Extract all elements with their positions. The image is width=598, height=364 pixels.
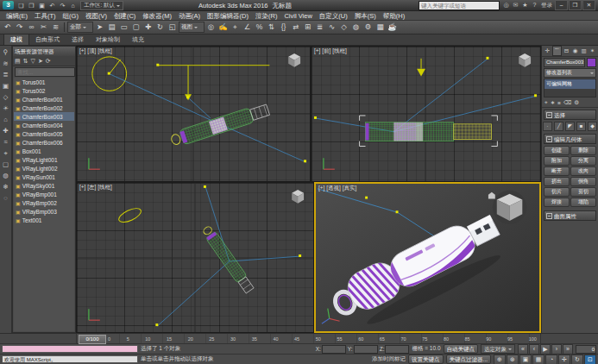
favorites-icon[interactable]: ★: [521, 2, 529, 9]
viewport-label-perspective[interactable]: [+] [透视] [真实]: [318, 185, 356, 192]
align-icon[interactable]: ⊞: [302, 22, 313, 33]
edit-geometry-button[interactable]: 倒角: [570, 177, 596, 186]
percent-snap-icon[interactable]: %: [254, 22, 265, 33]
edit-geometry-button[interactable]: 删除: [570, 146, 596, 155]
ribbon-tab[interactable]: 对象绘制: [90, 35, 126, 45]
modifier-stack-item[interactable]: 可编辑网格: [544, 79, 595, 89]
vertex-mode-icon[interactable]: ∙: [543, 122, 552, 131]
se-filter-icon[interactable]: ▽: [31, 58, 35, 65]
viewport-label-top[interactable]: [+] [顶] [线框]: [79, 47, 112, 55]
menu-item[interactable]: 帮助(H): [380, 11, 408, 21]
select-and-manipulate-icon[interactable]: ✍: [217, 22, 229, 33]
open-file-icon[interactable]: ❐: [27, 1, 36, 10]
scene-object-row[interactable]: ▣ ChamferBox005: [14, 129, 74, 138]
make-unique-icon[interactable]: ≡: [557, 100, 561, 106]
se-shapes-filter-icon[interactable]: ◇: [1, 92, 11, 102]
go-to-end-icon[interactable]: »: [563, 344, 573, 355]
edit-geometry-button[interactable]: 塌陷: [570, 198, 596, 207]
se-sort-icon[interactable]: ⇅: [23, 58, 28, 65]
scene-object-row[interactable]: ▣ ChamferBox002: [14, 104, 74, 112]
se-containers-filter-icon[interactable]: ▢: [1, 160, 11, 169]
render-icon[interactable]: ☕: [387, 22, 398, 33]
se-menu-icon[interactable]: ▤: [15, 58, 21, 65]
edit-geometry-button[interactable]: 附加: [544, 156, 570, 166]
scene-object-row[interactable]: ▣ ChamferBox004: [14, 121, 74, 129]
select-and-rotate-icon[interactable]: ↻: [154, 22, 166, 33]
previous-frame-icon[interactable]: ‹: [529, 344, 539, 355]
add-time-tag[interactable]: 添加时间标记: [372, 355, 406, 363]
scene-object-row[interactable]: ▣ VRaySky001: [14, 181, 74, 190]
create-tab[interactable]: ✛: [544, 47, 551, 55]
auto-key-button[interactable]: 自动关键点: [444, 344, 479, 354]
show-end-result-icon[interactable]: ∗: [551, 99, 555, 106]
scene-object-row[interactable]: ▣ VRayBmp002: [14, 198, 74, 207]
viewport-canvas-front[interactable]: [312, 47, 540, 181]
object-name-field[interactable]: ChamferBox003: [544, 58, 585, 67]
workspace-dropdown[interactable]: 工作区: 默认: [80, 1, 123, 10]
next-frame-icon[interactable]: ›: [551, 344, 562, 355]
scene-object-row[interactable]: ▣ Torus001: [14, 78, 74, 86]
viewport-front[interactable]: [+] [前] [线框]: [311, 46, 541, 182]
se-bones-filter-icon[interactable]: ⌖: [1, 148, 11, 158]
orbit-icon[interactable]: ↻: [571, 355, 583, 364]
menu-item[interactable]: 工具(T): [31, 11, 60, 21]
se-cameras-filter-icon[interactable]: ⌂: [1, 115, 11, 124]
reference-coordinate-dropdown[interactable]: 视图: [179, 22, 205, 33]
se-find-icon[interactable]: ⚲: [1, 47, 11, 57]
edit-geometry-button[interactable]: 焊接: [544, 198, 570, 207]
zoom-extents-all-icon[interactable]: ▦: [532, 355, 544, 364]
se-spacewarps-filter-icon[interactable]: ≈: [1, 137, 11, 147]
display-tab[interactable]: ▥: [580, 47, 588, 55]
se-geometry-filter-icon[interactable]: ▣: [1, 81, 11, 91]
viewport-top[interactable]: [+] [顶] [线框]: [76, 46, 311, 182]
minimize-button[interactable]: –: [555, 0, 568, 10]
help-icon[interactable]: ?: [531, 2, 538, 9]
zoom-icon[interactable]: ⊕: [494, 355, 506, 364]
menu-item[interactable]: 自定义(U): [316, 11, 351, 21]
se-frozen-filter-icon[interactable]: ❄: [1, 182, 11, 191]
zoom-extents-icon[interactable]: ▣: [519, 355, 532, 364]
menu-item[interactable]: Civil View: [280, 11, 315, 21]
select-by-name-icon[interactable]: ▤: [106, 22, 117, 33]
angle-snap-icon[interactable]: ∠: [242, 22, 253, 33]
edit-geometry-button[interactable]: 断开: [544, 166, 570, 176]
layer-manager-icon[interactable]: ≣: [314, 22, 325, 33]
spinner-snap-icon[interactable]: ⇅: [266, 22, 277, 33]
rectangular-selection-region-icon[interactable]: ▭: [118, 22, 129, 33]
select-and-link-icon[interactable]: ∞: [26, 22, 37, 33]
viewport-canvas-top[interactable]: [77, 47, 310, 181]
play-icon[interactable]: ▶: [540, 344, 551, 355]
named-selection-sets-icon[interactable]: {}: [278, 22, 289, 33]
scene-explorer-search-input[interactable]: [15, 67, 75, 77]
menu-item[interactable]: 修改器(M): [139, 11, 175, 21]
ribbon-tab[interactable]: 建模: [3, 34, 29, 45]
edit-geometry-button[interactable]: 挤出: [544, 177, 570, 186]
coordinate-field[interactable]: [354, 345, 378, 354]
viewport-left[interactable]: [+] [左] [线框]: [76, 182, 314, 333]
mirror-icon[interactable]: ⇄: [290, 22, 301, 33]
se-lights-filter-icon[interactable]: ☀: [1, 104, 11, 113]
redo-icon[interactable]: ↷: [14, 22, 25, 33]
infocenter-search-input[interactable]: [419, 1, 500, 10]
se-sync-icon[interactable]: ⟳: [46, 58, 51, 65]
use-pivot-center-icon[interactable]: ◎: [205, 22, 217, 33]
scene-object-row[interactable]: ▣ VRayBmp001: [14, 190, 74, 198]
ribbon-tab[interactable]: 选择: [66, 35, 90, 45]
se-layers-icon[interactable]: ≣: [1, 70, 11, 79]
pan-icon[interactable]: ✢: [558, 355, 570, 364]
edit-geometry-button[interactable]: 创建: [544, 146, 570, 155]
snap-toggle-icon[interactable]: ⌖: [230, 22, 241, 33]
undo-icon[interactable]: ↶: [2, 22, 13, 33]
new-file-icon[interactable]: ❏: [16, 1, 26, 10]
selected-objects-dropdown[interactable]: 选定对象: [481, 344, 515, 354]
project-folder-icon[interactable]: ⌂: [68, 1, 78, 10]
window-crossing-icon[interactable]: ▢: [130, 22, 142, 33]
unlink-selection-icon[interactable]: ✂: [38, 22, 49, 33]
set-key-button[interactable]: 设置关键点: [408, 355, 444, 364]
scene-object-row[interactable]: ▣ ChamferBox003: [14, 112, 74, 121]
coordinate-field[interactable]: [385, 345, 409, 354]
select-and-move-icon[interactable]: ✚: [142, 22, 154, 33]
time-ruler[interactable]: 0/100 0510152025303540455055606570758085…: [76, 334, 541, 343]
viewport-label-front[interactable]: [+] [前] [线框]: [314, 47, 347, 55]
edit-geometry-button[interactable]: 分离: [570, 156, 596, 166]
